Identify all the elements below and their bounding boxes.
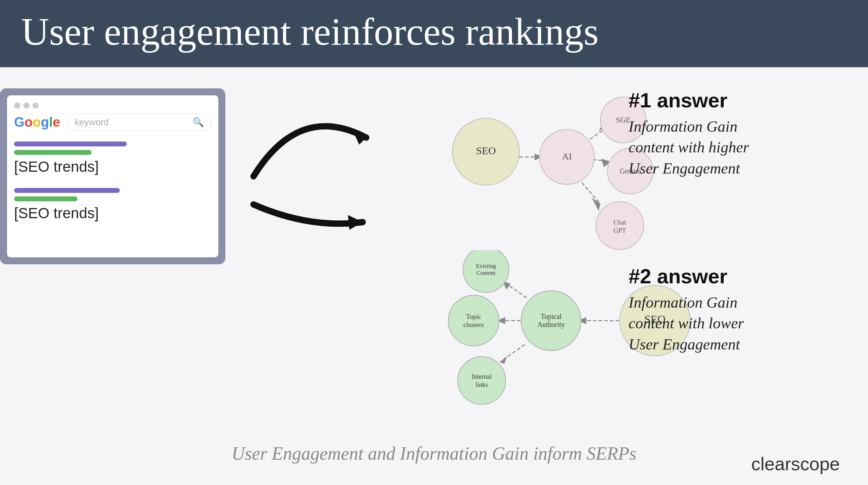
answer-block-1: #1 answer Information Gaincontent with h… <box>629 88 868 179</box>
answer-labels: #1 answer Information Gaincontent with h… <box>622 67 868 454</box>
svg-text:Authority: Authority <box>537 321 565 329</box>
answer-1-desc: Information Gaincontent with higherUser … <box>629 116 868 179</box>
svg-text:Topical: Topical <box>541 313 562 321</box>
brand-label: clearscope <box>751 453 840 474</box>
svg-point-30 <box>448 295 499 346</box>
answer-2-number: #2 answer <box>629 264 868 288</box>
svg-marker-7 <box>592 197 600 211</box>
result-line-1b <box>14 150 92 155</box>
svg-text:Internal: Internal <box>472 373 492 380</box>
right-panel: SEO AI SGE Gemini Chat GPT SEO Topica <box>246 67 868 454</box>
dot-yellow <box>23 102 30 109</box>
dot-green <box>32 102 39 109</box>
page-header: User engagement reinforces rankings <box>0 0 868 67</box>
svg-text:Existing: Existing <box>476 263 496 269</box>
answer-1-number: #1 answer <box>629 88 868 112</box>
dot-red <box>14 102 20 109</box>
answer-block-2: #2 answer Information Gaincontent with l… <box>629 264 868 355</box>
result-line-1a <box>14 141 127 146</box>
answer-1-desc-text: Information Gaincontent with higherUser … <box>629 118 749 177</box>
search-placeholder-text: keyword <box>75 117 109 128</box>
result-line-2a <box>14 188 120 193</box>
svg-marker-39 <box>500 356 507 364</box>
google-logo: Google <box>14 115 60 130</box>
arrows-svg <box>176 67 423 314</box>
answer-2-desc: Information Gaincontent with lowerUser E… <box>629 292 868 355</box>
svg-text:Content: Content <box>476 270 495 276</box>
svg-point-40 <box>458 357 506 404</box>
bottom-caption: User Engagement and Information Gain inf… <box>232 443 637 464</box>
svg-text:Topic: Topic <box>466 313 481 320</box>
svg-marker-1 <box>348 215 363 230</box>
result-line-2b <box>14 196 77 201</box>
svg-text:AI: AI <box>562 151 572 162</box>
answer-2-desc-text: Information Gaincontent with lowerUser E… <box>629 294 744 353</box>
svg-text:links: links <box>475 381 488 388</box>
main-content: Google keyword 🔍 [SEO trends] <box>0 67 868 454</box>
svg-text:clusters: clusters <box>463 321 484 328</box>
svg-text:SEO: SEO <box>476 145 496 156</box>
page-title: User engagement reinforces rankings <box>21 11 847 53</box>
